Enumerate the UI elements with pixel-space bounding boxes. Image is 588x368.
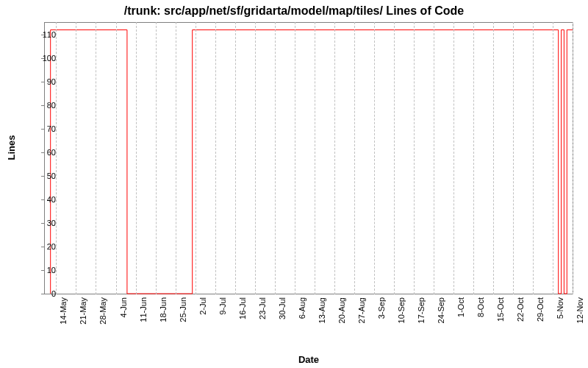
x-axis-label: Date: [44, 354, 573, 365]
y-tick-label: 50: [34, 171, 56, 180]
x-tick-label: 6-Aug: [298, 297, 306, 319]
x-tick-label: 8-Oct: [476, 297, 485, 317]
x-gridline: [453, 22, 454, 294]
x-gridline: [573, 22, 573, 294]
x-gridline: [493, 22, 494, 294]
y-tick-mark: [41, 247, 44, 247]
x-gridline: [76, 22, 76, 294]
x-tick-label: 25-Jun: [179, 297, 187, 322]
x-tick-label: 12-Nov: [576, 297, 584, 323]
x-gridline: [513, 22, 514, 294]
x-tick-label: 17-Sep: [417, 297, 426, 323]
x-tick-label: 9-Jul: [218, 297, 227, 315]
y-tick-mark: [41, 35, 44, 35]
x-gridline: [295, 22, 295, 294]
x-tick-label: 22-Oct: [516, 297, 525, 322]
x-gridline: [56, 22, 57, 294]
x-gridline: [315, 22, 315, 294]
x-gridline: [414, 22, 415, 294]
x-tick-label: 1-Oct: [456, 297, 465, 317]
y-tick-mark: [41, 176, 44, 177]
y-tick-mark: [41, 129, 44, 130]
x-tick-label: 21-May: [79, 297, 87, 325]
y-tick-label: 60: [34, 148, 56, 157]
x-gridline: [434, 22, 434, 294]
x-gridline: [196, 22, 196, 294]
y-tick-mark: [41, 105, 44, 106]
x-tick-label: 24-Sep: [437, 297, 445, 323]
x-gridline: [354, 22, 355, 294]
plot-area: [44, 22, 573, 294]
x-gridline: [394, 22, 395, 294]
x-tick-label: 14-May: [59, 297, 68, 325]
x-tick-label: 29-Oct: [536, 297, 545, 322]
y-tick-label: 30: [34, 219, 56, 227]
x-tick-label: 10-Sep: [397, 297, 406, 323]
y-tick-label: 10: [34, 266, 56, 275]
x-gridline: [176, 22, 176, 294]
x-gridline: [533, 22, 534, 294]
x-tick-label: 16-Jul: [238, 297, 247, 319]
y-tick-mark: [41, 152, 44, 153]
x-tick-label: 3-Sep: [377, 297, 386, 319]
y-tick-label: 110: [34, 30, 56, 39]
x-gridline: [334, 22, 335, 294]
x-gridline: [473, 22, 474, 294]
x-tick-label: 23-Jul: [258, 297, 267, 319]
x-tick-label: 28-May: [98, 297, 107, 325]
x-tick-label: 15-Oct: [496, 297, 505, 322]
x-tick-label: 13-Aug: [318, 297, 326, 323]
y-tick-label: 0: [34, 289, 56, 298]
x-gridline: [235, 22, 236, 294]
y-tick-label: 80: [34, 101, 56, 110]
y-tick-label: 90: [34, 77, 56, 86]
x-tick-label: 4-Jun: [119, 297, 128, 318]
y-tick-mark: [41, 82, 44, 82]
x-gridline: [553, 22, 553, 294]
x-gridline: [374, 22, 375, 294]
y-tick-mark: [41, 199, 44, 200]
y-tick-mark: [41, 58, 44, 59]
x-gridline: [136, 22, 137, 294]
x-tick-label: 18-Jun: [159, 297, 168, 322]
loc-chart: /trunk: src/app/net/sf/gridarta/model/ma…: [0, 0, 588, 368]
y-tick-label: 100: [34, 54, 56, 63]
chart-title: /trunk: src/app/net/sf/gridarta/model/ma…: [0, 4, 588, 18]
y-tick-label: 20: [34, 242, 56, 251]
y-tick-mark: [41, 270, 44, 271]
y-axis-label: Lines: [4, 0, 19, 294]
y-tick-mark: [41, 294, 44, 294]
y-tick-label: 70: [34, 124, 56, 133]
x-gridline: [156, 22, 157, 294]
x-gridline: [96, 22, 96, 294]
x-tick-label: 5-Nov: [556, 297, 564, 319]
x-gridline: [116, 22, 117, 294]
x-tick-label: 30-Jul: [278, 297, 287, 319]
x-tick-label: 11-Jun: [139, 297, 148, 322]
x-gridline: [275, 22, 276, 294]
y-tick-mark: [41, 223, 44, 224]
x-gridline: [215, 22, 216, 294]
x-tick-label: 2-Jul: [198, 297, 207, 315]
x-tick-label: 20-Aug: [337, 297, 346, 323]
x-gridline: [255, 22, 256, 294]
x-tick-label: 27-Aug: [357, 297, 366, 323]
y-tick-label: 40: [34, 195, 56, 204]
